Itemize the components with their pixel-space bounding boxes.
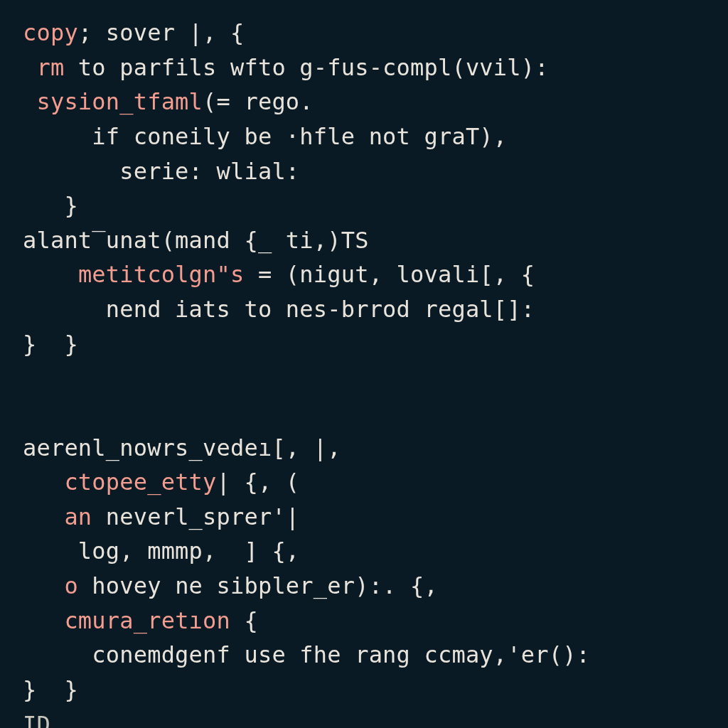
code-line: nend iats to nes-brrod regal[]: — [23, 296, 535, 323]
code-token: = (nigut, lovali[, { — [244, 261, 535, 288]
code-token: o — [64, 572, 77, 599]
code-token: alant‾unat(mand {_ ti,)TS — [23, 227, 369, 254]
code-token: sysion_tfaml — [36, 88, 203, 115]
code-token: } — [23, 192, 78, 219]
code-line: rm to parfils wfto g-fus-compl(vvil): — [23, 54, 549, 81]
code-line: } — [23, 192, 78, 219]
code-token: to parfils wfto g-fus-compl(vvil): — [64, 54, 548, 81]
code-line: } } — [23, 676, 78, 703]
code-line: if coneily be ·hfle not graT), — [23, 123, 507, 150]
code-line: cmura_retıon { — [23, 607, 258, 634]
code-line: copy; sover |, { — [23, 19, 244, 46]
code-line: log, mmmp, ] {, — [23, 537, 299, 564]
code-token: hovey ne sibpler_er):. {, — [78, 572, 438, 599]
code-token — [23, 503, 64, 530]
code-token — [23, 607, 64, 634]
code-token: } } — [23, 331, 78, 358]
code-token: metitcolgn"s — [78, 261, 245, 288]
code-token: neverl_sprer'| — [92, 503, 299, 530]
code-token — [23, 469, 64, 496]
code-line: conemdgenf use fhe rang ccmay,'er(): — [23, 641, 590, 668]
code-token: conemdgenf use fhe rang ccmay,'er(): — [23, 641, 590, 668]
code-token: log, mmmp, ] {, — [23, 537, 299, 564]
code-token: | {, ( — [217, 469, 300, 496]
code-token — [23, 54, 36, 81]
code-token — [23, 572, 64, 599]
code-line: metitcolgn"s = (nigut, lovali[, { — [23, 261, 535, 288]
code-token: nend iats to nes-brrod regal[]: — [23, 296, 535, 323]
code-line: o hovey ne sibpler_er):. {, — [23, 572, 438, 599]
code-token: ; sover |, { — [78, 19, 245, 46]
code-token: serie: wlial: — [23, 158, 299, 185]
code-token: aerenl_nowrs_vedeı[, |, — [23, 434, 341, 461]
code-token: if coneily be ·hfle not graT), — [23, 123, 507, 150]
code-token — [23, 261, 78, 288]
code-line: ID — [23, 711, 50, 729]
code-token: ctopee_etty — [64, 469, 216, 496]
code-token: ID — [23, 711, 50, 729]
code-line: alant‾unat(mand {_ ti,)TS — [23, 227, 369, 254]
code-line: aerenl_nowrs_vedeı[, |, — [23, 434, 341, 461]
code-token: } } — [23, 676, 78, 703]
code-line: serie: wlial: — [23, 158, 299, 185]
code-token: copy — [23, 19, 78, 46]
code-line: } } — [23, 331, 78, 358]
code-token: cmura_retıon — [64, 607, 230, 634]
code-line: ctopee_etty| {, ( — [23, 469, 299, 496]
code-token: { — [230, 607, 258, 634]
code-line: an neverl_sprer'| — [23, 503, 299, 530]
code-token: (= rego. — [203, 88, 314, 115]
code-token — [23, 88, 36, 115]
code-line: sysion_tfaml(= rego. — [23, 88, 314, 115]
code-editor[interactable]: copy; sover |, { rm to parfils wfto g-fu… — [0, 0, 728, 728]
code-token: an — [64, 503, 92, 530]
code-token: rm — [36, 54, 64, 81]
